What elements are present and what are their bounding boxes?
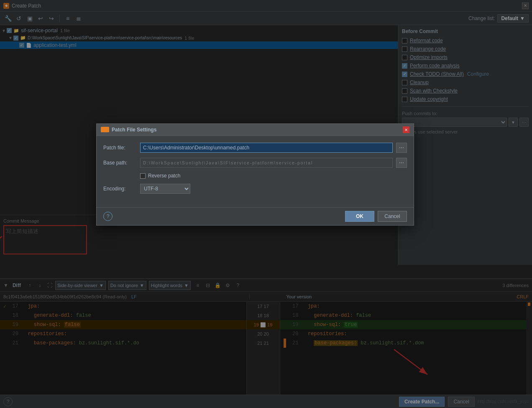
encoding-row: Encoding: UTF-8 UTF-16 ISO-8859-1 xyxy=(103,184,407,194)
reverse-patch-label: Reverse patch xyxy=(148,173,180,179)
patch-dialog-title-text: Patch File Settings xyxy=(112,127,156,133)
patch-file-label: Patch file: xyxy=(103,145,137,151)
patch-dialog-icon xyxy=(101,127,109,133)
patch-dialog-ok-btn[interactable]: OK xyxy=(345,211,374,222)
base-path-input[interactable] xyxy=(140,158,393,168)
reverse-patch-checkbox[interactable] xyxy=(140,173,146,179)
patch-file-browse-btn[interactable]: ⋯ xyxy=(396,143,407,153)
patch-file-row: Patch file: ⋯ xyxy=(103,143,407,153)
reverse-patch-row: Reverse patch xyxy=(140,173,407,179)
modal-overlay: Patch File Settings ✕ Patch file: ⋯ Base… xyxy=(0,0,532,408)
patch-dialog-titlebar: Patch File Settings ✕ xyxy=(97,124,414,136)
base-path-label: Base path: xyxy=(103,160,137,166)
patch-dialog-footer: ? OK Cancel xyxy=(97,207,414,225)
patch-dialog-body: Patch file: ⋯ Base path: ⋯ Reverse patch… xyxy=(97,136,414,207)
encoding-select[interactable]: UTF-8 UTF-16 ISO-8859-1 xyxy=(140,184,190,194)
patch-dialog: Patch File Settings ✕ Patch file: ⋯ Base… xyxy=(96,123,414,226)
encoding-label: Encoding: xyxy=(103,186,137,192)
base-path-browse-btn[interactable]: ⋯ xyxy=(396,158,407,168)
patch-dialog-help-btn[interactable]: ? xyxy=(103,212,113,221)
patch-file-input[interactable] xyxy=(140,143,393,153)
patch-dialog-cancel-btn[interactable]: Cancel xyxy=(378,211,407,222)
patch-dialog-close-button[interactable]: ✕ xyxy=(403,126,409,133)
base-path-row: Base path: ⋯ xyxy=(103,158,407,168)
